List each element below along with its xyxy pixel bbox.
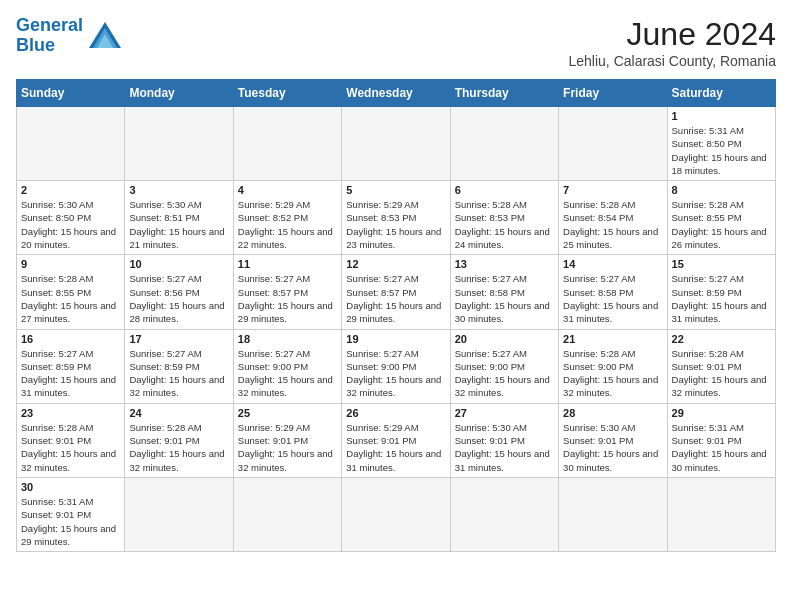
day-info: Sunrise: 5:27 AM Sunset: 9:00 PM Dayligh… [238,347,337,400]
day-number: 19 [346,333,445,345]
day-number: 17 [129,333,228,345]
calendar-cell: 8Sunrise: 5:28 AM Sunset: 8:55 PM Daylig… [667,181,775,255]
day-number: 2 [21,184,120,196]
day-info: Sunrise: 5:31 AM Sunset: 9:01 PM Dayligh… [21,495,120,548]
calendar-cell: 2Sunrise: 5:30 AM Sunset: 8:50 PM Daylig… [17,181,125,255]
title-block: June 2024 Lehliu, Calarasi County, Roman… [568,16,776,69]
weekday-header-saturday: Saturday [667,80,775,107]
day-number: 22 [672,333,771,345]
calendar-cell: 23Sunrise: 5:28 AM Sunset: 9:01 PM Dayli… [17,403,125,477]
logo: General Blue [16,16,123,56]
calendar-cell: 5Sunrise: 5:29 AM Sunset: 8:53 PM Daylig… [342,181,450,255]
calendar-row-3: 16Sunrise: 5:27 AM Sunset: 8:59 PM Dayli… [17,329,776,403]
calendar-row-1: 2Sunrise: 5:30 AM Sunset: 8:50 PM Daylig… [17,181,776,255]
day-info: Sunrise: 5:27 AM Sunset: 9:00 PM Dayligh… [346,347,445,400]
page-header: General Blue June 2024 Lehliu, Calarasi … [16,16,776,69]
day-info: Sunrise: 5:28 AM Sunset: 9:01 PM Dayligh… [129,421,228,474]
day-info: Sunrise: 5:29 AM Sunset: 9:01 PM Dayligh… [238,421,337,474]
weekday-header-tuesday: Tuesday [233,80,341,107]
day-number: 12 [346,258,445,270]
day-number: 15 [672,258,771,270]
day-info: Sunrise: 5:28 AM Sunset: 9:00 PM Dayligh… [563,347,662,400]
day-number: 6 [455,184,554,196]
day-info: Sunrise: 5:30 AM Sunset: 9:01 PM Dayligh… [455,421,554,474]
calendar-cell: 12Sunrise: 5:27 AM Sunset: 8:57 PM Dayli… [342,255,450,329]
day-info: Sunrise: 5:31 AM Sunset: 8:50 PM Dayligh… [672,124,771,177]
day-number: 14 [563,258,662,270]
subtitle: Lehliu, Calarasi County, Romania [568,53,776,69]
day-number: 20 [455,333,554,345]
calendar-cell [559,477,667,551]
calendar-cell: 27Sunrise: 5:30 AM Sunset: 9:01 PM Dayli… [450,403,558,477]
day-info: Sunrise: 5:28 AM Sunset: 8:54 PM Dayligh… [563,198,662,251]
calendar-cell [450,477,558,551]
day-number: 27 [455,407,554,419]
weekday-header-monday: Monday [125,80,233,107]
calendar-row-4: 23Sunrise: 5:28 AM Sunset: 9:01 PM Dayli… [17,403,776,477]
calendar-row-5: 30Sunrise: 5:31 AM Sunset: 9:01 PM Dayli… [17,477,776,551]
calendar-cell: 21Sunrise: 5:28 AM Sunset: 9:00 PM Dayli… [559,329,667,403]
day-number: 11 [238,258,337,270]
calendar-cell: 6Sunrise: 5:28 AM Sunset: 8:53 PM Daylig… [450,181,558,255]
day-info: Sunrise: 5:27 AM Sunset: 8:57 PM Dayligh… [238,272,337,325]
day-info: Sunrise: 5:28 AM Sunset: 9:01 PM Dayligh… [672,347,771,400]
calendar-cell: 29Sunrise: 5:31 AM Sunset: 9:01 PM Dayli… [667,403,775,477]
calendar-cell: 7Sunrise: 5:28 AM Sunset: 8:54 PM Daylig… [559,181,667,255]
day-info: Sunrise: 5:27 AM Sunset: 8:58 PM Dayligh… [563,272,662,325]
calendar-cell [559,107,667,181]
calendar-cell: 16Sunrise: 5:27 AM Sunset: 8:59 PM Dayli… [17,329,125,403]
day-info: Sunrise: 5:29 AM Sunset: 9:01 PM Dayligh… [346,421,445,474]
day-number: 16 [21,333,120,345]
day-number: 24 [129,407,228,419]
weekday-header-wednesday: Wednesday [342,80,450,107]
main-title: June 2024 [568,16,776,53]
day-info: Sunrise: 5:31 AM Sunset: 9:01 PM Dayligh… [672,421,771,474]
day-number: 1 [672,110,771,122]
calendar-cell [342,107,450,181]
day-number: 21 [563,333,662,345]
calendar-cell [17,107,125,181]
calendar-cell: 18Sunrise: 5:27 AM Sunset: 9:00 PM Dayli… [233,329,341,403]
calendar-cell: 14Sunrise: 5:27 AM Sunset: 8:58 PM Dayli… [559,255,667,329]
day-info: Sunrise: 5:29 AM Sunset: 8:52 PM Dayligh… [238,198,337,251]
calendar-cell: 1Sunrise: 5:31 AM Sunset: 8:50 PM Daylig… [667,107,775,181]
day-info: Sunrise: 5:27 AM Sunset: 8:59 PM Dayligh… [129,347,228,400]
day-number: 30 [21,481,120,493]
calendar-cell: 22Sunrise: 5:28 AM Sunset: 9:01 PM Dayli… [667,329,775,403]
day-info: Sunrise: 5:27 AM Sunset: 8:59 PM Dayligh… [21,347,120,400]
calendar-cell [125,477,233,551]
day-info: Sunrise: 5:27 AM Sunset: 9:00 PM Dayligh… [455,347,554,400]
calendar-cell: 13Sunrise: 5:27 AM Sunset: 8:58 PM Dayli… [450,255,558,329]
calendar-cell [125,107,233,181]
day-info: Sunrise: 5:28 AM Sunset: 8:55 PM Dayligh… [672,198,771,251]
calendar-cell: 10Sunrise: 5:27 AM Sunset: 8:56 PM Dayli… [125,255,233,329]
day-number: 25 [238,407,337,419]
day-info: Sunrise: 5:27 AM Sunset: 8:57 PM Dayligh… [346,272,445,325]
day-info: Sunrise: 5:30 AM Sunset: 8:51 PM Dayligh… [129,198,228,251]
calendar-row-0: 1Sunrise: 5:31 AM Sunset: 8:50 PM Daylig… [17,107,776,181]
day-info: Sunrise: 5:27 AM Sunset: 8:59 PM Dayligh… [672,272,771,325]
day-number: 7 [563,184,662,196]
day-info: Sunrise: 5:28 AM Sunset: 8:55 PM Dayligh… [21,272,120,325]
calendar-cell: 30Sunrise: 5:31 AM Sunset: 9:01 PM Dayli… [17,477,125,551]
calendar-cell: 26Sunrise: 5:29 AM Sunset: 9:01 PM Dayli… [342,403,450,477]
calendar-cell: 24Sunrise: 5:28 AM Sunset: 9:01 PM Dayli… [125,403,233,477]
day-info: Sunrise: 5:29 AM Sunset: 8:53 PM Dayligh… [346,198,445,251]
logo-icon [87,20,123,52]
calendar-cell: 19Sunrise: 5:27 AM Sunset: 9:00 PM Dayli… [342,329,450,403]
day-number: 4 [238,184,337,196]
day-number: 3 [129,184,228,196]
calendar-cell: 11Sunrise: 5:27 AM Sunset: 8:57 PM Dayli… [233,255,341,329]
day-number: 26 [346,407,445,419]
day-number: 5 [346,184,445,196]
day-number: 23 [21,407,120,419]
weekday-header-sunday: Sunday [17,80,125,107]
calendar-cell: 20Sunrise: 5:27 AM Sunset: 9:00 PM Dayli… [450,329,558,403]
calendar-cell: 17Sunrise: 5:27 AM Sunset: 8:59 PM Dayli… [125,329,233,403]
day-info: Sunrise: 5:27 AM Sunset: 8:58 PM Dayligh… [455,272,554,325]
weekday-header-thursday: Thursday [450,80,558,107]
calendar-cell: 9Sunrise: 5:28 AM Sunset: 8:55 PM Daylig… [17,255,125,329]
logo-general: General [16,15,83,35]
weekday-header-friday: Friday [559,80,667,107]
calendar-cell: 25Sunrise: 5:29 AM Sunset: 9:01 PM Dayli… [233,403,341,477]
